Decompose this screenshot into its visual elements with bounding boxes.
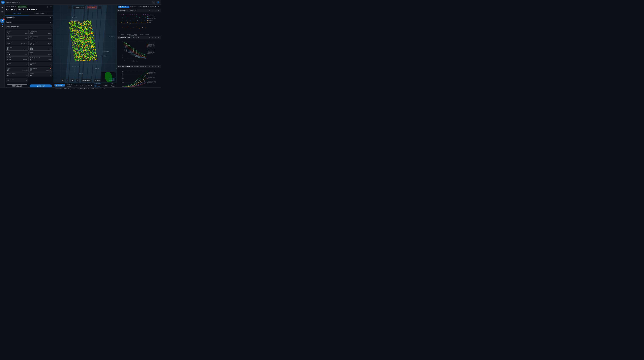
capex-input[interactable] — [7, 69, 22, 71]
footer-link-privacy[interactable]: Privacy Policy — [80, 88, 88, 90]
formations-section-header[interactable]: Formations ▼ — [5, 16, 53, 20]
discount-rate-input[interactable] — [7, 80, 25, 82]
royalty-label: Royalty — [30, 73, 51, 74]
loe-input[interactable] — [30, 48, 47, 50]
permits-section-header[interactable]: Permits ▼ — [5, 20, 53, 25]
legend-button[interactable]: ◉ LEGEND — [81, 79, 92, 82]
map-county-label: Andrews — [76, 33, 83, 35]
nav-location[interactable]: 5 — [0, 19, 4, 23]
user-avatar[interactable]: 👤 — [156, 1, 160, 4]
svg-text:10⁻³: 10⁻³ — [118, 31, 120, 32]
recalculate-button[interactable]: RECALCULATE — [6, 85, 28, 87]
ngl-yield-input[interactable] — [7, 48, 22, 50]
footer-link-trademark[interactable]: Trademark — [74, 88, 79, 90]
tax-gas-input[interactable] — [7, 64, 26, 66]
nav-filter[interactable] — [0, 14, 4, 18]
oil-price-input[interactable] — [7, 33, 24, 34]
boed-expand-icon[interactable]: ⤢ — [155, 66, 157, 67]
zoom-level-display: 8 — [66, 79, 69, 82]
gas-price-label: Gas Price — [7, 36, 28, 37]
main-layout: 5 42135436700000 Producing (PR) RATLIFF … — [0, 5, 161, 87]
oil-diff-input[interactable] — [30, 33, 48, 34]
royalty-input[interactable] — [30, 75, 49, 76]
svg-point-55 — [145, 28, 146, 28]
landing-zone-chart-subtitle: TYPE CURVE — [131, 37, 139, 38]
download-icon[interactable]: ⬇ — [46, 6, 48, 8]
ngl-price-label: NGL Price — [7, 41, 28, 43]
svg-text:Top Wolfcamp..., bbl/d: Top Wolfcamp..., bbl/d — [148, 43, 154, 44]
productivity-more-icon[interactable]: ··· — [152, 10, 154, 12]
select-button[interactable]: ⊹ SELECT ☆ — [73, 6, 86, 9]
ngl-diff-unit: $/bbl — [48, 43, 51, 45]
zoom-out-button[interactable]: − — [61, 79, 64, 82]
select-star-icon: ☆ — [82, 7, 84, 9]
svg-point-29 — [142, 17, 143, 17]
expand-button[interactable]: ⤢ — [76, 79, 80, 82]
gpst-input[interactable] — [7, 54, 24, 55]
map-area[interactable]: GAINESSeminoleBORDENSCURRYSnyderHOWARDBi… — [53, 5, 117, 87]
svg-point-51 — [134, 27, 134, 28]
map-left-btn[interactable]: ‹ — [68, 6, 72, 10]
svg-point-68 — [148, 20, 148, 21]
gas-diff-input[interactable] — [30, 38, 48, 39]
right-analyze-button[interactable]: 📊 ANALYZE ℹ — [118, 6, 129, 8]
landing-refresh-icon[interactable]: ↻ — [149, 37, 151, 38]
ngl-price-input[interactable] — [7, 43, 20, 45]
water-input[interactable] — [30, 54, 48, 55]
productivity-chart-header: Productivity SCATTER PLOT ↻ ··· ⤢ ✕ — [117, 9, 161, 12]
svg-text:All Others..., boe/d: All Others..., boe/d — [148, 84, 154, 84]
svg-text:Cisco Wolfca..., bbl/d: Cisco Wolfca..., bbl/d — [148, 49, 154, 49]
boed-svg: 1 MM 800 M 600 M 400 M 200 M — [122, 69, 160, 87]
nav-dot-3 — [2, 28, 3, 29]
right-analyze-label: ANALYZE — [122, 6, 127, 8]
clear-button[interactable]: 🗑 CLEAR — [87, 6, 97, 9]
svg-point-36 — [141, 20, 141, 20]
well-economics-section-header[interactable]: Well Economics ▲ — [5, 25, 53, 29]
search-result-label: SEARCH RESULT: — [66, 84, 72, 87]
infrastructure-input[interactable] — [30, 69, 46, 71]
export-button[interactable]: ⬇ EXPORT — [30, 85, 52, 87]
page-footer: ©2023 TGS | Well Data Analytics | Tradem… — [0, 87, 161, 90]
footer-link-contact[interactable]: Contact Us — [100, 88, 105, 90]
tax-gas-label: Tax Gas — [7, 63, 28, 64]
working-interest-input[interactable] — [7, 75, 26, 76]
svg-text:Devonian Cer..., bbl/d: Devonian Cer..., bbl/d — [148, 50, 154, 51]
map-right-btn[interactable]: › — [98, 6, 102, 10]
boed-close-icon[interactable]: ✕ — [158, 66, 160, 67]
nav-home[interactable] — [0, 6, 4, 10]
productivity-expand-icon[interactable]: ⤢ — [155, 10, 157, 12]
ngl-diff-label: NGL Differential — [30, 41, 51, 43]
map-county-label: MARTIN — [109, 36, 114, 38]
close-icon[interactable]: ✕ — [49, 6, 52, 8]
productivity-refresh-icon[interactable]: ↻ — [149, 10, 151, 12]
nav-search[interactable] — [0, 10, 4, 14]
boed-chart-header: BOED by TGS Operator PRODUCTION PLOT ↻ ·… — [117, 65, 161, 68]
tax-liquids-input[interactable] — [30, 64, 49, 66]
footer-link-wda[interactable]: Well Data Analytics — [63, 88, 73, 90]
tax-eq-barrel-unit: $/boe — [48, 59, 51, 60]
boed-refresh-icon[interactable]: ↻ — [149, 66, 151, 67]
footer-link-terms[interactable]: Terms & Conditions — [88, 88, 98, 90]
gas-price-input[interactable] — [7, 38, 24, 39]
zoom-in-button[interactable]: + — [70, 79, 74, 82]
tab-charts-plots[interactable]: CHARTS & PLOTS — [29, 12, 53, 16]
landing-close-icon[interactable]: ✕ — [158, 37, 160, 38]
tax-eq-barrel-input[interactable] — [30, 59, 47, 60]
right-dropdown-icon[interactable]: ▼ — [158, 6, 160, 8]
ngl-diff-input[interactable] — [30, 43, 48, 45]
selected-count: 16,796 — [103, 85, 108, 86]
fixed-cost-input[interactable] — [7, 59, 23, 60]
tab-well-info[interactable]: WELL INFO — [5, 12, 29, 16]
productivity-close-icon[interactable]: ✕ — [158, 10, 160, 12]
svg-text:EUR Per Ft, bbl/ft: EUR Per Ft, bbl/ft — [148, 15, 155, 16]
productivity-chart-subtitle: SCATTER PLOT — [127, 10, 136, 11]
svg-point-17 — [136, 14, 137, 15]
landing-more-icon[interactable]: ··· — [152, 37, 154, 38]
app-title: Well Data Analytics — [6, 2, 20, 3]
tgs-logo-icon[interactable]: TGS — [1, 1, 5, 4]
landing-expand-icon[interactable]: ⤢ — [155, 37, 157, 38]
status-analyze-button[interactable]: 📊 ANALYZE — [54, 84, 65, 87]
boed-more-icon[interactable]: ··· — [152, 66, 154, 67]
help-button[interactable]: ? — [152, 1, 155, 4]
map-county-label: Seminole — [70, 19, 78, 21]
